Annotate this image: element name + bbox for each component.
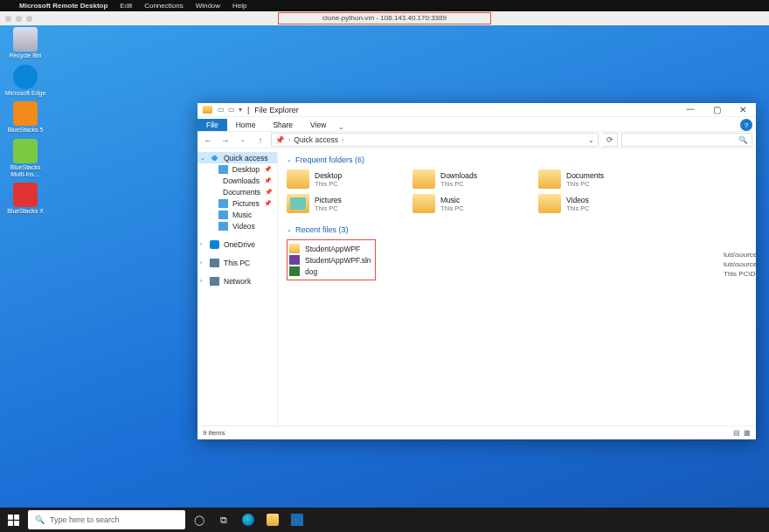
nav-forward-button[interactable]: →: [218, 133, 232, 147]
qat-new-icon[interactable]: ▭: [228, 106, 235, 114]
bs3-icon: [13, 183, 38, 207]
frequent-folder[interactable]: Videos This PC: [538, 194, 643, 213]
frequent-folder[interactable]: Music This PC: [412, 194, 517, 213]
folder-location: This PC: [566, 204, 590, 212]
taskbar-explorer[interactable]: [260, 508, 285, 532]
file-name: StudentAppWPF.sln: [305, 256, 371, 265]
nav-item-music[interactable]: Music: [197, 209, 277, 220]
recent-file[interactable]: dog: [289, 266, 371, 277]
file-icon: [289, 244, 300, 253]
nav-up-button[interactable]: ↑: [253, 133, 267, 147]
desktop-icon[interactable]: BlueStacks 5: [3, 101, 48, 134]
view-details-icon[interactable]: ▤: [733, 429, 740, 437]
folder-location: This PC: [440, 180, 477, 188]
nav-this-pc[interactable]: › This PC: [197, 257, 277, 268]
address-dropdown-icon[interactable]: ⌄: [588, 136, 594, 144]
nav-item-desktop[interactable]: Desktop 📌: [197, 163, 277, 175]
nav-item-pictures[interactable]: Pictures 📌: [197, 197, 277, 209]
group-frequent-folders[interactable]: ⌄ Frequent folders (6): [287, 155, 747, 164]
frequent-folder[interactable]: Desktop This PC: [287, 169, 391, 189]
nav-label: Downloads: [223, 176, 260, 185]
desktop-icon-label: BlueStacks 5: [8, 127, 44, 134]
tab-share[interactable]: Share: [264, 119, 301, 131]
search-icon: 🔍: [35, 515, 45, 524]
desktop-icon[interactable]: Recycle Bin: [3, 27, 48, 59]
nav-onedrive[interactable]: › OneDrive: [197, 238, 277, 250]
qat-props-icon[interactable]: ▭: [218, 106, 225, 114]
breadcrumb-home-icon[interactable]: 📌: [275, 135, 285, 144]
desktop-icon-label: Microsoft Edge: [5, 90, 46, 97]
window-minimize-button[interactable]: 一: [677, 103, 703, 117]
breadcrumb-chevron-icon[interactable]: ›: [288, 137, 290, 143]
mac-app-name[interactable]: Microsoft Remote Desktop: [19, 2, 107, 10]
tab-view[interactable]: View: [301, 119, 335, 131]
task-view-button[interactable]: ⧉: [211, 508, 236, 532]
explorer-title-bar[interactable]: ▭ ▭ ▾ | File Explorer 一 ▢ ✕: [197, 103, 756, 117]
desktop-icon[interactable]: Microsoft Edge: [3, 65, 48, 97]
recent-file[interactable]: StudentAppWPF.sln: [289, 254, 371, 266]
window-maximize-button[interactable]: ▢: [703, 103, 730, 117]
window-close-button[interactable]: ✕: [730, 103, 756, 117]
nav-label: Quick access: [224, 154, 268, 162]
mac-menu-edit[interactable]: Edit: [120, 2, 132, 10]
nav-item-downloads[interactable]: Downloads 📌: [197, 175, 277, 186]
folder-name: Downloads: [440, 171, 477, 180]
start-button[interactable]: [0, 508, 26, 532]
address-bar[interactable]: 📌 › Quick access › ⌄: [271, 133, 599, 147]
taskbar-store[interactable]: [285, 508, 309, 532]
qat-chevron-icon[interactable]: ▾: [239, 106, 242, 114]
tab-home[interactable]: Home: [227, 119, 265, 131]
pin-icon: 📌: [265, 189, 273, 196]
desk-icon: [218, 165, 228, 174]
frequent-folder[interactable]: Documents This PC: [538, 169, 643, 189]
nav-item-videos[interactable]: Videos: [197, 220, 277, 231]
remote-desktop[interactable]: Recycle Bin Microsoft Edge BlueStacks 5 …: [0, 25, 769, 532]
desktop-icon[interactable]: BlueStacks Multi-Ins…: [3, 139, 48, 177]
cortana-button[interactable]: ◯: [187, 508, 211, 532]
folder-icon: [538, 169, 561, 189]
recent-file[interactable]: StudentAppWPF: [289, 243, 371, 254]
traffic-max[interactable]: [26, 16, 32, 22]
nav-quick-access[interactable]: ⌄ Quick access: [197, 152, 277, 163]
nav-label: OneDrive: [224, 240, 255, 249]
breadcrumb-chevron-icon[interactable]: ›: [342, 137, 343, 143]
status-bar: 9 items ▤ ▦: [197, 425, 756, 439]
frequent-folder[interactable]: Downloads This PC: [412, 169, 517, 189]
mac-menu-connections[interactable]: Connections: [144, 2, 183, 10]
caret-icon[interactable]: ⌄: [200, 155, 205, 162]
nav-back-button[interactable]: ←: [201, 133, 215, 147]
ribbon-help-icon[interactable]: ?: [740, 119, 752, 131]
caret-icon[interactable]: ›: [200, 278, 202, 284]
recent-files-highlight: StudentAppWPF StudentAppWPF.sln dog: [287, 239, 376, 280]
nav-recent-chevron-icon[interactable]: ⌄: [236, 133, 250, 147]
search-icon: 🔍: [738, 135, 748, 144]
caret-icon[interactable]: ›: [200, 259, 202, 266]
content-pane[interactable]: ⌄ Frequent folders (6) Desktop This PC D…: [278, 149, 756, 425]
tab-file[interactable]: File: [197, 119, 227, 131]
caret-icon[interactable]: ›: [200, 241, 202, 247]
taskbar-edge[interactable]: [236, 508, 260, 532]
ribbon-expand-icon[interactable]: ⌄: [335, 123, 348, 131]
onedrive-icon: [210, 240, 219, 249]
group-recent-files[interactable]: ⌄ Recent files (3): [287, 225, 747, 234]
svg-rect-1: [14, 515, 19, 520]
collapse-icon[interactable]: ⌄: [287, 226, 292, 233]
traffic-min[interactable]: [16, 16, 22, 22]
folder-name: Desktop: [315, 171, 342, 180]
frequent-folder[interactable]: Pictures This PC: [287, 194, 391, 213]
svg-rect-3: [14, 521, 19, 526]
refresh-button[interactable]: ⟳: [602, 133, 618, 147]
view-large-icon[interactable]: ▦: [744, 429, 751, 437]
nav-item-documents[interactable]: Documents 📌: [197, 186, 277, 197]
desktop-icon[interactable]: BlueStacks X: [3, 183, 48, 215]
collapse-icon[interactable]: ⌄: [287, 156, 292, 163]
breadcrumb-quick-access[interactable]: Quick access: [294, 135, 338, 144]
explorer-search-input[interactable]: 🔍: [621, 133, 752, 147]
nav-network[interactable]: › Network: [197, 275, 277, 287]
mac-menu-window[interactable]: Window: [196, 2, 220, 10]
traffic-close[interactable]: [5, 16, 11, 22]
mac-menu-help[interactable]: Help: [232, 2, 246, 10]
pin-icon: 📌: [264, 166, 272, 173]
group-title: Frequent folders (6): [295, 155, 364, 164]
taskbar-search-input[interactable]: 🔍 Type here to search: [28, 510, 185, 529]
